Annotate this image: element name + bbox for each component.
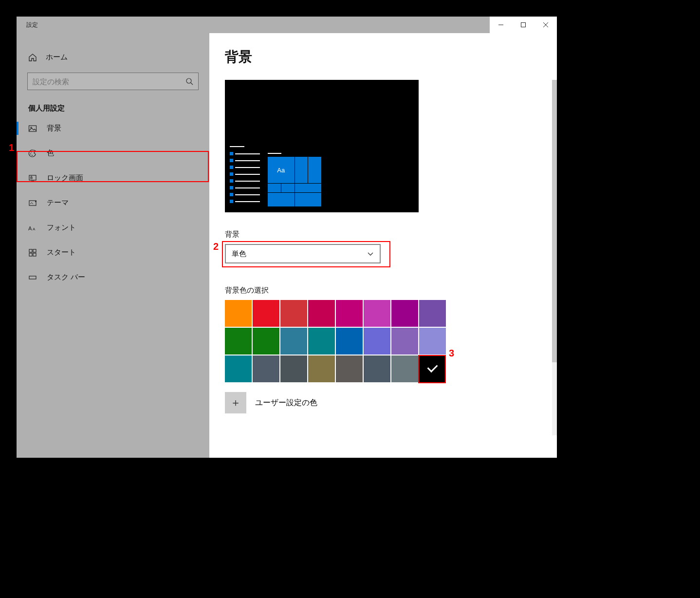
svg-rect-6 (29, 126, 37, 131)
svg-rect-12 (31, 177, 32, 179)
color-swatch[interactable] (253, 328, 279, 355)
sidebar-item-4[interactable]: AAフォント (17, 215, 209, 240)
svg-point-8 (31, 151, 32, 152)
scrollbar-thumb[interactable] (552, 80, 557, 362)
chevron-down-icon (367, 250, 374, 257)
search-icon (185, 77, 193, 85)
sidebar-item-label: 色 (47, 149, 54, 158)
minimize-icon (498, 22, 504, 28)
custom-color-label: ユーザー設定の色 (255, 398, 317, 408)
svg-rect-21 (29, 276, 36, 279)
color-swatch[interactable] (336, 328, 363, 355)
sidebar-item-label: スタート (47, 248, 76, 257)
svg-point-10 (32, 155, 33, 156)
color-swatch[interactable] (253, 355, 279, 382)
scrollbar[interactable] (552, 80, 557, 435)
color-swatch[interactable] (308, 328, 335, 355)
color-swatch[interactable] (419, 328, 446, 355)
close-button[interactable] (534, 17, 557, 33)
sidebar-item-6[interactable]: タスク バー (17, 265, 209, 290)
preview-start-list (230, 146, 260, 206)
svg-rect-19 (29, 253, 32, 256)
background-dropdown-value: 単色 (232, 249, 246, 259)
palette-icon (28, 149, 38, 158)
sidebar-item-label: フォント (47, 223, 76, 232)
titlebar: 設定 (17, 17, 557, 33)
svg-rect-11 (29, 175, 36, 180)
color-swatch[interactable] (336, 355, 363, 382)
color-swatch[interactable] (364, 355, 390, 382)
home-label: ホーム (46, 53, 68, 62)
svg-text:A: A (28, 225, 32, 231)
color-swatch[interactable] (391, 300, 418, 327)
preview-start-tiles: Aa (268, 153, 326, 206)
color-swatch[interactable] (419, 355, 446, 382)
sidebar-item-label: 背景 (47, 124, 61, 133)
background-dropdown-label: 背景 (225, 230, 542, 239)
sidebar-item-label: タスク バー (47, 273, 85, 282)
svg-rect-20 (33, 253, 36, 256)
maximize-button[interactable] (512, 17, 534, 33)
color-section-label: 背景色の選択 (225, 286, 542, 295)
main-content: 背景 (209, 33, 557, 458)
close-icon (543, 22, 549, 28)
font-icon: AA (28, 224, 38, 232)
color-swatch[interactable] (391, 355, 418, 382)
svg-rect-17 (29, 249, 32, 252)
sidebar-item-3[interactable]: テーマ (17, 190, 209, 215)
svg-rect-1 (521, 23, 526, 27)
background-dropdown[interactable]: 単色 (225, 244, 381, 263)
preview-tile-sample: Aa (268, 157, 295, 183)
taskbar-icon (28, 273, 38, 282)
section-title: 個人用設定 (17, 99, 209, 116)
search-input[interactable] (33, 77, 185, 86)
search-box[interactable] (27, 73, 199, 90)
color-swatch[interactable] (225, 328, 252, 355)
titlebar-controls (490, 17, 557, 33)
svg-text:A: A (33, 227, 36, 231)
color-swatch[interactable] (308, 355, 335, 382)
window-body: ホーム 個人用設定 背景色ロック画面テーマAAフォントスタートタスク バー 1 … (17, 33, 557, 458)
color-swatch[interactable] (336, 300, 363, 327)
annotation-label-3: 3 (449, 348, 454, 359)
custom-color-button[interactable]: ＋ (225, 392, 246, 413)
desktop-preview: Aa (225, 80, 419, 212)
sidebar-item-5[interactable]: スタート (17, 240, 209, 265)
plus-icon: ＋ (230, 395, 241, 410)
color-swatch[interactable] (225, 300, 252, 327)
settings-window: 設定 ホーム (17, 17, 557, 458)
color-grid: 3 (225, 300, 446, 382)
page-title: 背景 (225, 48, 542, 66)
sidebar-item-label: ロック画面 (47, 173, 83, 183)
home-icon (28, 53, 38, 62)
home-button[interactable]: ホーム (17, 46, 209, 69)
color-swatch[interactable] (280, 300, 307, 327)
color-swatch[interactable] (253, 300, 279, 327)
color-swatch[interactable] (280, 355, 307, 382)
color-swatch[interactable] (308, 300, 335, 327)
svg-point-4 (186, 78, 191, 83)
nav-list: 背景色ロック画面テーマAAフォントスタートタスク バー (17, 116, 209, 290)
color-swatch[interactable] (364, 328, 390, 355)
picture-icon (28, 124, 38, 133)
svg-rect-18 (33, 249, 36, 252)
svg-point-9 (30, 153, 31, 154)
maximize-icon (520, 22, 526, 28)
sidebar-item-1[interactable]: 色 (17, 141, 209, 166)
svg-line-5 (191, 83, 193, 85)
sidebar-item-2[interactable]: ロック画面 (17, 166, 209, 190)
color-swatch[interactable] (364, 300, 390, 327)
color-swatch[interactable] (391, 328, 418, 355)
sidebar: ホーム 個人用設定 背景色ロック画面テーマAAフォントスタートタスク バー 1 (17, 33, 209, 458)
sidebar-item-label: テーマ (47, 198, 69, 207)
color-swatch[interactable] (225, 355, 252, 382)
color-swatch[interactable] (280, 328, 307, 355)
sidebar-item-0[interactable]: 背景 (17, 116, 209, 141)
color-swatch[interactable] (419, 300, 446, 327)
window-title: 設定 (26, 21, 38, 29)
theme-icon (28, 199, 38, 207)
custom-color-row: ＋ ユーザー設定の色 (225, 392, 542, 413)
minimize-button[interactable] (490, 17, 512, 33)
annotation-label-1: 1 (9, 142, 14, 153)
annotation-label-2: 2 (213, 241, 219, 252)
